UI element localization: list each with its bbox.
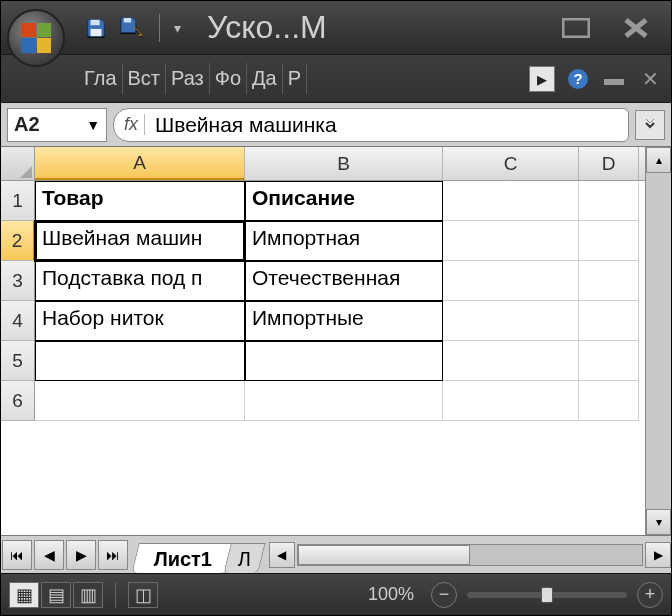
grid-rows: 1 Товар Описание 2 Швейная машин Импортн… bbox=[1, 181, 645, 535]
sheet-last-icon[interactable]: ⏭ bbox=[98, 540, 128, 570]
tab-formulas[interactable]: Фо bbox=[210, 63, 247, 94]
cell-d1[interactable] bbox=[579, 181, 639, 221]
fx-icon[interactable]: fx bbox=[124, 114, 145, 135]
tab-insert[interactable]: Вст bbox=[123, 63, 167, 94]
cell-b4[interactable]: Импортные bbox=[245, 301, 443, 341]
save-as-icon[interactable] bbox=[119, 15, 145, 41]
hscroll-thumb[interactable] bbox=[298, 545, 470, 565]
svg-rect-0 bbox=[91, 19, 100, 25]
svg-rect-2 bbox=[124, 17, 131, 22]
office-button[interactable] bbox=[7, 9, 65, 67]
column-header-c[interactable]: C bbox=[443, 147, 579, 180]
tab-home[interactable]: Гла bbox=[79, 63, 123, 94]
horizontal-scrollbar[interactable]: ◀ ▶ bbox=[269, 542, 672, 568]
close-button[interactable] bbox=[617, 13, 655, 43]
cell-b2[interactable]: Импортная bbox=[245, 221, 443, 261]
hscroll-track[interactable] bbox=[297, 544, 644, 566]
formula-value: Швейная машинка bbox=[155, 113, 337, 137]
cell-c4[interactable] bbox=[443, 301, 579, 341]
cell-a3[interactable]: Подставка под п bbox=[35, 261, 245, 301]
cell-c2[interactable] bbox=[443, 221, 579, 261]
tab-data[interactable]: Да bbox=[247, 63, 283, 94]
zoom-slider-knob[interactable] bbox=[541, 587, 553, 603]
cell-d4[interactable] bbox=[579, 301, 639, 341]
scroll-down-icon[interactable]: ▾ bbox=[646, 509, 671, 535]
row-header-6[interactable]: 6 bbox=[1, 381, 35, 421]
mdi-minimize-icon[interactable]: ▬ bbox=[601, 66, 627, 92]
view-pagelayout-icon[interactable]: ▤ bbox=[41, 582, 71, 608]
window-controls bbox=[557, 13, 665, 43]
ribbon-scroll-right-icon[interactable]: ▸ bbox=[529, 66, 555, 92]
view-normal-icon[interactable]: ▦ bbox=[9, 582, 39, 608]
cell-b1[interactable]: Описание bbox=[245, 181, 443, 221]
name-box[interactable]: A2 ▼ bbox=[7, 108, 107, 142]
formula-bar: A2 ▼ fx Швейная машинка bbox=[1, 103, 671, 147]
worksheet-area: A B C D 1 Товар Описание 2 Швейная машин… bbox=[1, 147, 671, 535]
cell-a4[interactable]: Набор ниток bbox=[35, 301, 245, 341]
zoom-out-icon[interactable]: − bbox=[431, 582, 457, 608]
cell-d3[interactable] bbox=[579, 261, 639, 301]
cell-a1[interactable]: Товар bbox=[35, 181, 245, 221]
office-logo-icon bbox=[21, 23, 51, 53]
formula-input[interactable]: fx Швейная машинка bbox=[113, 108, 629, 142]
sheet-next-icon[interactable]: ▶ bbox=[66, 540, 96, 570]
cell-d5[interactable] bbox=[579, 341, 639, 381]
hscroll-left-icon[interactable]: ◀ bbox=[269, 542, 295, 568]
sheet-first-icon[interactable]: ⏮ bbox=[2, 540, 32, 570]
sheet-tab-bar: ⏮ ◀ ▶ ⏭ Лист1 Л ◀ ▶ bbox=[1, 535, 671, 573]
tab-pagelayout[interactable]: Раз bbox=[166, 63, 210, 94]
vscroll-track[interactable] bbox=[646, 173, 671, 509]
save-icon[interactable] bbox=[83, 15, 109, 41]
tab-review[interactable]: Р bbox=[283, 63, 307, 94]
name-box-value: A2 bbox=[14, 113, 40, 136]
row-header-1[interactable]: 1 bbox=[1, 181, 35, 221]
cell-b6[interactable] bbox=[245, 381, 443, 421]
sheet-tab-next[interactable]: Л bbox=[224, 543, 267, 573]
svg-text:?: ? bbox=[573, 70, 582, 87]
hscroll-right-icon[interactable]: ▶ bbox=[645, 542, 671, 568]
title-bar: ▾ Уско...М bbox=[1, 1, 671, 55]
cell-a2[interactable]: Швейная машин bbox=[35, 221, 245, 261]
view-extra-icon[interactable]: ◫ bbox=[128, 582, 158, 608]
column-header-a[interactable]: A bbox=[35, 147, 245, 180]
select-all-corner[interactable] bbox=[1, 147, 35, 180]
svg-rect-1 bbox=[91, 28, 102, 35]
cell-c6[interactable] bbox=[443, 381, 579, 421]
cell-d2[interactable] bbox=[579, 221, 639, 261]
cell-a6[interactable] bbox=[35, 381, 245, 421]
scroll-up-icon[interactable]: ▴ bbox=[646, 147, 671, 173]
zoom-slider[interactable] bbox=[467, 592, 627, 598]
sheet-tab-active[interactable]: Лист1 bbox=[131, 543, 235, 573]
mdi-close-icon[interactable]: ✕ bbox=[637, 66, 663, 92]
sheet-prev-icon[interactable]: ◀ bbox=[34, 540, 64, 570]
cell-a5[interactable] bbox=[35, 341, 245, 381]
cell-b3[interactable]: Отечественная bbox=[245, 261, 443, 301]
cell-d6[interactable] bbox=[579, 381, 639, 421]
zoom-percent[interactable]: 100% bbox=[361, 584, 421, 605]
excel-window: ▾ Уско...М Гла Вст Раз Фо Да Р ▸ ? ▬ ✕ bbox=[0, 0, 672, 616]
vertical-scrollbar[interactable]: ▴ ▾ bbox=[645, 147, 671, 535]
help-icon[interactable]: ? bbox=[565, 66, 591, 92]
cell-c3[interactable] bbox=[443, 261, 579, 301]
column-header-d[interactable]: D bbox=[579, 147, 639, 180]
name-box-dropdown-icon[interactable]: ▼ bbox=[86, 117, 100, 133]
row-header-3[interactable]: 3 bbox=[1, 261, 35, 301]
cell-b5[interactable] bbox=[245, 341, 443, 381]
zoom-controls: 100% − + bbox=[361, 582, 663, 608]
cell-c5[interactable] bbox=[443, 341, 579, 381]
maximize-button[interactable] bbox=[557, 13, 595, 43]
quick-access-toolbar: ▾ bbox=[83, 14, 181, 42]
column-headers: A B C D bbox=[1, 147, 645, 181]
cell-c1[interactable] bbox=[443, 181, 579, 221]
svg-rect-3 bbox=[563, 19, 589, 37]
row-header-5[interactable]: 5 bbox=[1, 341, 35, 381]
view-buttons: ▦ ▤ ▥ bbox=[9, 582, 103, 608]
zoom-in-icon[interactable]: + bbox=[637, 582, 663, 608]
qat-dropdown-icon[interactable]: ▾ bbox=[174, 20, 181, 36]
row-header-4[interactable]: 4 bbox=[1, 301, 35, 341]
column-header-b[interactable]: B bbox=[245, 147, 443, 180]
view-pagebreak-icon[interactable]: ▥ bbox=[73, 582, 103, 608]
row-header-2[interactable]: 2 bbox=[1, 221, 35, 261]
expand-formula-bar-icon[interactable] bbox=[635, 110, 665, 140]
status-bar: ▦ ▤ ▥ ◫ 100% − + bbox=[1, 573, 671, 615]
